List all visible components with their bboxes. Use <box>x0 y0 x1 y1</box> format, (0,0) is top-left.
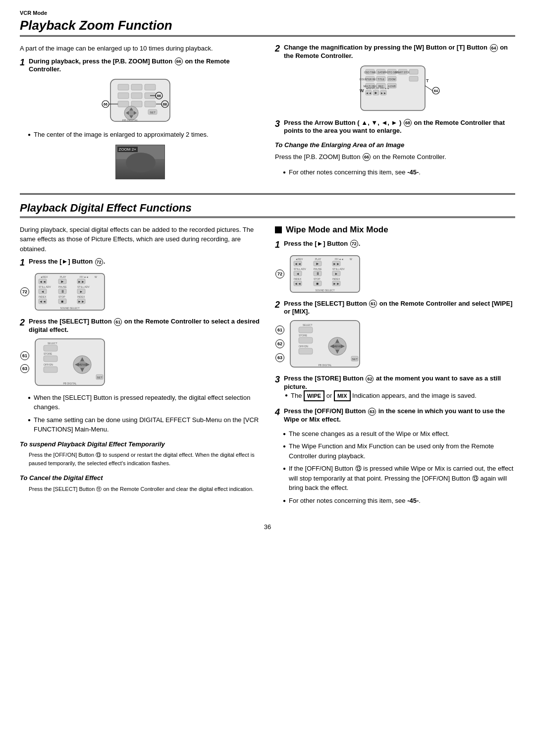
zoom-label: ZOOM 2× <box>117 147 138 152</box>
svg-text:►►: ►► <box>333 262 340 266</box>
svg-text:◄: ◄ <box>296 272 300 275</box>
svg-rect-97 <box>44 345 57 351</box>
wipe-step1: 1 Press the [►] Button 72. 72 ◄REV PLAY … <box>275 240 515 294</box>
svg-rect-2 <box>131 84 142 90</box>
vcr-mode-label: VCR Mode <box>20 10 515 16</box>
svg-text:PAUSE: PAUSE <box>58 285 67 288</box>
svg-rect-7 <box>118 101 129 107</box>
wipe-circle-62: 62 <box>275 339 284 348</box>
svg-text:⏸: ⏸ <box>60 289 64 294</box>
section2-right: Wipe Mode and Mix Mode 1 Press the [►] B… <box>275 225 515 509</box>
svg-text:■: ■ <box>317 281 319 286</box>
section1-step1: 1 During playback, press the [P.B. ZOOM]… <box>20 57 260 124</box>
svg-text:►►: ►► <box>78 300 85 303</box>
svg-text:INDEX: INDEX <box>332 277 340 280</box>
svg-text:◄REV: ◄REV <box>295 258 303 261</box>
svg-text:◄◄: ◄◄ <box>294 262 301 266</box>
wipe-bullet1: The WIPE or MIX Indication appears, and … <box>285 390 515 402</box>
svg-text:►►: ►► <box>78 280 85 283</box>
svg-text:68: 68 <box>163 103 167 106</box>
svg-rect-9 <box>145 101 156 107</box>
s2-bullet2: The same setting can be done using DIGIT… <box>28 415 260 434</box>
svg-text:FF/◄◄: FF/◄◄ <box>380 87 389 90</box>
s2-bullet1: When the [SELECT] Button is pressed repe… <box>28 393 260 412</box>
svg-text:◄◄: ◄◄ <box>294 282 301 285</box>
wipe-bullet3: The Wipe Function and Mix Function can b… <box>283 441 515 461</box>
section2-italic2: To Cancel the Digital Effect Press the [… <box>20 473 260 493</box>
svg-rect-5 <box>131 93 142 99</box>
step3-num: 3 <box>275 119 280 129</box>
black-square-icon <box>275 226 282 233</box>
section1-italic1: To Change the Enlarging Area of an Image… <box>275 140 515 162</box>
svg-text:PB DIGITAL: PB DIGITAL <box>63 382 76 385</box>
svg-text:SOUND SELECT: SOUND SELECT <box>316 289 335 292</box>
section1-step2: 2 Change the magnification by pressing t… <box>275 44 515 113</box>
svg-text:PB DIGITAL: PB DIGITAL <box>122 119 138 122</box>
remote-diagram-2: OSD TIME DATE PHOTO SHOT START STOP COUN… <box>275 63 515 113</box>
svg-text:►►: ►► <box>333 282 340 285</box>
svg-text:START STOP: START STOP <box>395 71 410 74</box>
section2-intro: During playback, special digital effects… <box>20 225 260 254</box>
svg-text:STILL ADV: STILL ADV <box>77 285 90 288</box>
svg-rect-3 <box>145 84 156 90</box>
wipe-step1-text: Press the [►] Button 72. <box>284 240 360 248</box>
wipe-step4-text: Press the [OFF/ON] Button 63 in the scen… <box>284 407 515 423</box>
svg-text:◄◄: ◄◄ <box>39 280 46 283</box>
remote-svg-1: SET PB DIGITAL 66 66 68 <box>101 77 180 124</box>
svg-rect-99 <box>44 356 57 362</box>
italic-head-1: To Change the Enlarging Area of an Image <box>275 140 515 150</box>
wipe-remote-diagram-2: 61 62 63 SELECT STORE OFF/ON <box>275 319 515 369</box>
svg-text:►: ► <box>335 272 338 275</box>
svg-text:OFF/ON: OFF/ON <box>44 363 53 366</box>
wipe-title: Wipe Mode and Mix Mode <box>286 225 388 235</box>
svg-text:MENU: MENU <box>79 363 86 366</box>
wipe-step1-num: 1 <box>275 240 280 250</box>
s2-step1-text: Press the [►] Button 72. <box>29 258 105 266</box>
svg-rect-4 <box>118 93 129 99</box>
remote-svg-4: SELECT STORE OFF/ON MENU <box>33 337 107 387</box>
svg-text:INDEX: INDEX <box>77 295 85 298</box>
svg-text:STOP: STOP <box>58 295 65 298</box>
remote-diagram-1: SET PB DIGITAL 66 66 68 <box>20 77 260 124</box>
section1-bullet2: For other notes concerning this item, se… <box>283 167 515 177</box>
italic-text-3: Press the [SELECT] Button ⑪ on the Remot… <box>29 485 260 493</box>
svg-text:◄◄: ◄◄ <box>39 300 46 303</box>
svg-text:66: 66 <box>104 103 107 106</box>
svg-rect-148 <box>299 348 313 354</box>
svg-text:►: ► <box>60 279 64 284</box>
svg-text:INDEX: INDEX <box>39 295 47 298</box>
svg-text:◄◄: ◄◄ <box>366 92 372 95</box>
svg-rect-37 <box>409 69 418 74</box>
svg-text:PLAY: PLAY <box>60 275 66 278</box>
section1-intro: A part of the image can be enlarged up t… <box>20 44 260 54</box>
wipe-step3-num: 3 <box>275 375 280 385</box>
section2-step1: 1 Press the [►] Button 72. 72 ◄REV PLAY … <box>20 258 260 312</box>
svg-text:◄REV: ◄REV <box>40 275 48 278</box>
svg-text:■: ■ <box>61 299 64 304</box>
section1-content: A part of the image can be enlarged up t… <box>20 44 515 184</box>
step2-num: 2 <box>275 44 280 54</box>
svg-text:►: ► <box>374 91 378 95</box>
step1-text: During playback, press the [P.B. ZOOM] B… <box>29 57 260 73</box>
svg-text:SET: SET <box>352 358 358 361</box>
svg-text:A.DUB: A.DUB <box>388 85 396 88</box>
s2-step2-text: Press the [SELECT] Button 61 on the Remo… <box>29 318 260 333</box>
wipe-step4-num: 4 <box>275 407 280 418</box>
section1-left: A part of the image can be enlarged up t… <box>20 44 260 184</box>
title-rule-2 <box>20 216 515 218</box>
svg-text:STILL ADV: STILL ADV <box>39 285 51 288</box>
svg-text:►►: ►► <box>380 92 386 95</box>
svg-text:W: W <box>95 275 97 278</box>
svg-text:SOUND SELECT: SOUND SELECT <box>60 307 80 310</box>
svg-text:T: T <box>426 78 429 83</box>
section2-italic1: To suspend Playback Digital Effect Tempo… <box>20 439 260 468</box>
remote-diagram-3-wrap: 72 ◄REV PLAY FF/◄◄ W ◄◄ ► ►► <box>20 272 260 312</box>
svg-text:STORE: STORE <box>299 334 308 337</box>
svg-text:OFF/ON: OFF/ON <box>299 345 308 348</box>
remote-svg-2: OSD TIME DATE PHOTO SHOT START STOP COUN… <box>346 63 445 113</box>
svg-point-11 <box>128 110 134 116</box>
svg-text:►: ► <box>80 290 83 293</box>
circle-61: 61 <box>20 351 29 360</box>
svg-text:◄: ◄ <box>41 290 45 293</box>
svg-rect-44 <box>409 76 418 81</box>
